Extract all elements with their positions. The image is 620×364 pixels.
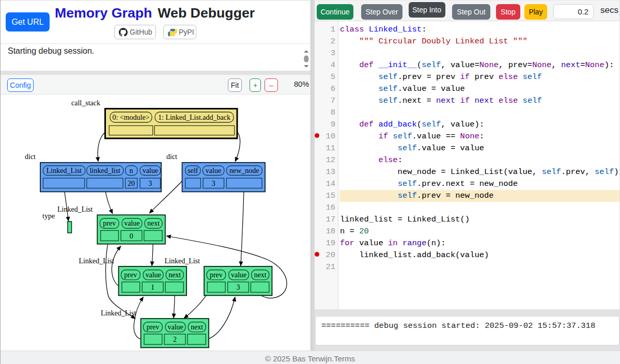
- svg-text:Linked_List: Linked_List: [57, 205, 93, 213]
- svg-text:3: 3: [237, 283, 240, 291]
- svg-text:next: next: [191, 323, 203, 331]
- svg-text:prev: prev: [210, 271, 223, 279]
- svg-text:value: value: [124, 219, 140, 227]
- svg-text:dict: dict: [166, 153, 177, 161]
- svg-text:1: 1: [151, 283, 154, 291]
- svg-text:linked_list: linked_list: [90, 167, 120, 175]
- svg-text:value: value: [231, 271, 246, 279]
- svg-text:new_node: new_node: [229, 167, 259, 175]
- svg-text:type: type: [42, 212, 55, 220]
- svg-text:prev: prev: [103, 219, 116, 227]
- svg-text:value: value: [167, 323, 183, 331]
- svg-text:dict: dict: [25, 153, 36, 161]
- svg-text:1: Linked_List.add_back: 1: Linked_List.add_back: [158, 114, 230, 121]
- svg-text:20: 20: [128, 180, 135, 187]
- svg-text:value: value: [206, 167, 221, 175]
- svg-text:self: self: [188, 167, 198, 175]
- svg-text:Linked_List: Linked_List: [79, 257, 115, 265]
- svg-text:Linked_List: Linked_List: [47, 167, 82, 175]
- svg-text:next: next: [147, 219, 160, 227]
- svg-text:0: 0: [130, 232, 133, 240]
- svg-text:2: 2: [173, 336, 177, 343]
- svg-text:0: <module>: 0: <module>: [112, 114, 149, 121]
- svg-text:next: next: [254, 271, 267, 279]
- svg-text:prev: prev: [124, 271, 137, 279]
- svg-text:n: n: [130, 167, 133, 175]
- svg-text:call_stack: call_stack: [71, 99, 100, 107]
- svg-text:prev: prev: [146, 323, 159, 331]
- svg-text:next: next: [168, 271, 181, 279]
- svg-text:value: value: [143, 167, 158, 175]
- svg-text:value: value: [145, 271, 161, 279]
- svg-text:3: 3: [212, 180, 215, 187]
- svg-text:3: 3: [148, 180, 152, 187]
- svg-text:Linked_List: Linked_List: [165, 257, 200, 265]
